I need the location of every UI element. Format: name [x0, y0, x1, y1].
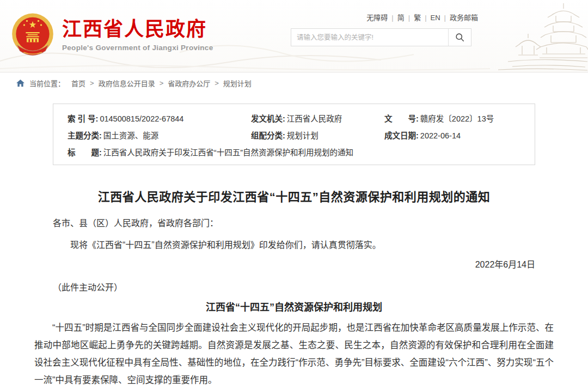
- notice-body: 各市、县（区）人民政府，省政府各部门： 现将《江西省“十四五”自然资源保护和利用…: [34, 216, 554, 314]
- link-traditional[interactable]: 繁: [414, 14, 421, 22]
- disclosure-note: （此件主动公开）: [53, 281, 535, 295]
- document-page: 索 引 号:014500815/2022-67844 发文机关:江西省人民政府 …: [34, 104, 554, 388]
- notice-paragraph: 现将《江西省“十四五”自然资源保护和利用规划》印发给你们，请认真贯彻落实。: [53, 238, 535, 252]
- meta-issuing-agency: 发文机关:江西省人民政府: [251, 112, 384, 124]
- link-separator: |: [408, 14, 410, 22]
- meta-document-number: 文 号:赣府发〔2022〕13号: [384, 112, 535, 124]
- utility-links: 无障碍|简|繁|EN|政务邮箱: [366, 12, 478, 22]
- meta-value: 江西省人民政府关于印发江西省“十四五”自然资源保护和利用规划的通知: [103, 148, 353, 157]
- salutation: 各市、县（区）人民政府，省政府各部门：: [53, 216, 535, 231]
- meta-title: 标 题:江西省人民政府关于印发江西省“十四五”自然资源保护和利用规划的通知: [68, 146, 535, 157]
- site-subtitle-en: People's Government of Jiangxi Province: [62, 44, 213, 52]
- link-english[interactable]: EN: [431, 14, 440, 22]
- link-accessibility[interactable]: 无障碍: [366, 14, 388, 22]
- search-button[interactable]: [448, 29, 471, 46]
- link-separator: |: [391, 14, 393, 22]
- search-bar: [291, 28, 471, 46]
- meta-label: 发文机关:: [251, 114, 285, 123]
- national-emblem-icon: [10, 12, 56, 58]
- site-logo[interactable]: 江西省人民政府 People's Government of Jiangxi P…: [10, 12, 213, 58]
- meta-label: 文 号:: [384, 114, 419, 123]
- document-title: 江西省人民政府关于印发江西省“十四五”自然资源保护和利用规划的通知: [34, 187, 554, 204]
- breadcrumb-separator: >: [90, 79, 94, 87]
- meta-value: 江西省人民政府: [287, 114, 342, 123]
- site-title: 江西省人民政府: [62, 18, 213, 40]
- meta-label: 成文日期:: [384, 131, 419, 140]
- document-meta-table: 索 引 号:014500815/2022-67844 发文机关:江西省人民政府 …: [53, 104, 535, 165]
- meta-row: 索 引 号:014500815/2022-67844 发文机关:江西省人民政府 …: [68, 110, 535, 126]
- meta-value: 规划计划: [287, 131, 318, 140]
- document-date: 2022年6月14日: [53, 258, 535, 272]
- link-simplified[interactable]: 简: [397, 14, 405, 22]
- plan-subtitle: 江西省“十四五”自然资源保护和利用规划: [53, 300, 535, 314]
- breadcrumb-separator: >: [215, 79, 219, 87]
- breadcrumb: 当前位置： 首页 > 政府信息公开目录 > 省政府办公厅 > 规划计划: [0, 72, 588, 94]
- meta-row: 主题分类:国土资源、能源 组配分类:规划计划 成文日期:2022-06-14: [68, 126, 535, 143]
- meta-value: 014500815/2022-67844: [100, 114, 183, 123]
- breadcrumb-separator: >: [160, 79, 164, 87]
- link-separator: |: [444, 14, 446, 22]
- meta-topic-category: 主题分类:国土资源、能源: [68, 129, 251, 141]
- meta-label: 索 引 号:: [68, 114, 98, 123]
- search-input[interactable]: [291, 29, 448, 46]
- meta-value: 赣府发〔2022〕13号: [420, 114, 494, 123]
- breadcrumb-item-plans[interactable]: 规划计划: [223, 78, 252, 88]
- meta-label: 组配分类:: [251, 131, 285, 140]
- meta-index-number: 索 引 号:014500815/2022-67844: [68, 112, 251, 124]
- meta-label: 标 题:: [68, 148, 102, 157]
- meta-label: 主题分类:: [68, 131, 102, 140]
- breadcrumb-item-info-catalog[interactable]: 政府信息公开目录: [99, 78, 155, 88]
- breadcrumb-item-general-office[interactable]: 省政府办公厅: [168, 78, 210, 88]
- site-header: 江西省人民政府 People's Government of Jiangxi P…: [0, 0, 588, 72]
- meta-group-category: 组配分类:规划计划: [251, 129, 384, 141]
- link-separator: |: [425, 14, 426, 22]
- pavilion-illustration: [476, 0, 588, 72]
- meta-row: 标 题:江西省人民政府关于印发江西省“十四五”自然资源保护和利用规划的通知: [68, 143, 535, 160]
- breadcrumb-item-home[interactable]: 首页: [71, 78, 85, 88]
- link-gov-mail[interactable]: 政务邮箱: [450, 14, 478, 22]
- plan-intro-paragraph: “十四五”时期是江西省与全国同步全面建设社会主义现代化的开局起步期，也是江西省在…: [34, 319, 554, 388]
- home-icon: [16, 80, 24, 87]
- breadcrumb-label: 当前位置：: [29, 78, 65, 88]
- meta-issue-date: 成文日期:2022-06-14: [384, 129, 535, 141]
- search-icon: [455, 33, 464, 42]
- meta-value: 2022-06-14: [420, 131, 461, 140]
- meta-value: 国土资源、能源: [103, 131, 159, 140]
